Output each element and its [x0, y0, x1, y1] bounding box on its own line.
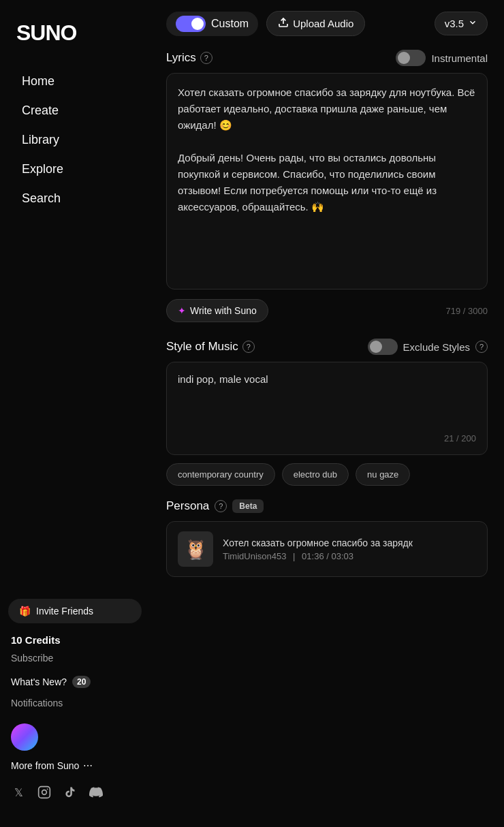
whats-new-badge: 20 [72, 676, 91, 688]
style-section: Style of Music ? Exclude Styles ? indi p… [166, 339, 488, 486]
notifications-link[interactable]: Notifications [8, 695, 142, 711]
credits-label: 10 Credits [8, 631, 142, 649]
persona-help-icon[interactable]: ? [215, 500, 227, 512]
write-with-suno-label: Write with Suno [190, 305, 257, 316]
lyrics-char-count: 719 / 3000 [446, 306, 488, 316]
exclude-help-icon[interactable]: ? [475, 341, 488, 353]
discord-icon[interactable] [89, 785, 104, 800]
custom-toggle[interactable] [176, 16, 206, 32]
avatar[interactable] [11, 723, 38, 751]
style-input-box: indi pop, male vocal 21 / 200 [166, 362, 488, 455]
nav-menu: Home Create Library Explore Search [0, 66, 150, 214]
svg-point-2 [47, 789, 48, 790]
persona-info: Хотел сказать огромное спасибо за зарядк… [223, 537, 476, 561]
sidebar: SUNO Home Create Library Explore Search … [0, 0, 150, 827]
style-tags: contemporary country electro dub nu gaze [166, 463, 488, 486]
sparkle-icon: ✦ [178, 305, 186, 316]
persona-header: Persona ? Beta [166, 499, 488, 513]
sidebar-item-library[interactable]: Library [5, 126, 144, 154]
beta-badge: Beta [232, 499, 264, 513]
instrumental-toggle[interactable] [396, 50, 426, 66]
upload-audio-button[interactable]: Upload Audio [266, 11, 365, 36]
version-button[interactable]: v3.5 [435, 12, 488, 35]
lyrics-box: Хотел сказать огромное спасибо за зарядк… [166, 73, 488, 290]
custom-label: Custom [211, 18, 249, 30]
sidebar-item-create[interactable]: Create [5, 97, 144, 125]
avatar-row [8, 719, 142, 755]
instagram-icon[interactable] [37, 785, 52, 800]
style-textarea[interactable]: indi pop, male vocal [178, 373, 476, 428]
persona-title: Хотел сказать огромное спасибо за зарядк [223, 537, 476, 548]
twitter-icon[interactable]: 𝕏 [11, 785, 26, 800]
sidebar-item-search[interactable]: Search [5, 185, 144, 213]
write-with-suno-button[interactable]: ✦ Write with Suno [166, 299, 268, 322]
style-label: Style of Music [166, 340, 238, 354]
instrumental-row: Instrumental [396, 50, 488, 66]
sidebar-item-explore[interactable]: Explore [5, 155, 144, 183]
sidebar-item-home[interactable]: Home [5, 67, 144, 95]
persona-label: Persona [166, 499, 209, 513]
lyrics-label: Lyrics [166, 51, 196, 65]
exclude-styles-toggle[interactable] [368, 339, 398, 355]
style-label-row: Style of Music ? [166, 340, 255, 354]
invite-friends-button[interactable]: 🎁 Invite Friends [8, 599, 142, 623]
persona-thumbnail: 🦉 [178, 531, 213, 567]
persona-card[interactable]: 🦉 Хотел сказать огромное спасибо за заря… [166, 521, 488, 577]
persona-time: 01:36 / 03:03 [302, 551, 353, 561]
style-tag-nu-gaze[interactable]: nu gaze [356, 463, 410, 486]
main-content: Custom Upload Audio v3.5 [150, 0, 504, 827]
gift-icon: 🎁 [19, 606, 31, 617]
exclude-styles-row: Exclude Styles ? [368, 339, 488, 355]
lyrics-label-row: Lyrics ? [166, 51, 212, 65]
lyrics-header: Lyrics ? Instrumental [166, 50, 488, 66]
logo: SUNO [0, 14, 150, 66]
exclude-styles-label: Exclude Styles [403, 341, 470, 353]
style-header: Style of Music ? Exclude Styles ? [166, 339, 488, 355]
owl-icon: 🦉 [184, 538, 208, 561]
topbar: Custom Upload Audio v3.5 [166, 11, 488, 36]
more-from-suno[interactable]: More from Suno ⋯ [8, 758, 142, 774]
persona-author: TimidUnison453 [223, 551, 286, 561]
svg-rect-0 [39, 787, 50, 798]
tiktok-icon[interactable] [63, 785, 78, 800]
persona-section: Persona ? Beta 🦉 Хотел сказать огромное … [166, 499, 488, 577]
lyrics-textarea[interactable]: Хотел сказать огромное спасибо за зарядк… [178, 84, 476, 275]
sidebar-bottom: 🎁 Invite Friends 10 Credits Subscribe Wh… [0, 588, 150, 813]
social-icons: 𝕏 [8, 782, 142, 802]
more-icon: ⋯ [83, 760, 93, 771]
svg-point-1 [42, 790, 47, 795]
whats-new-label: What's New? [11, 676, 67, 687]
style-tag-contemporary-country[interactable]: contemporary country [166, 463, 275, 486]
upload-icon [278, 17, 289, 30]
instrumental-label: Instrumental [431, 52, 488, 64]
lyrics-help-icon[interactable]: ? [200, 52, 212, 64]
lyrics-bottom: ✦ Write with Suno 719 / 3000 [166, 299, 488, 322]
chevron-down-icon [468, 18, 477, 29]
lyrics-section: Lyrics ? Instrumental Хотел сказать огро… [166, 50, 488, 322]
style-tag-electro-dub[interactable]: electro dub [282, 463, 349, 486]
upload-label: Upload Audio [293, 18, 353, 29]
style-char-count: 21 / 200 [178, 433, 476, 443]
custom-toggle-wrapper: Custom [166, 12, 258, 36]
whats-new-row[interactable]: What's New? 20 [8, 672, 142, 692]
style-help-icon[interactable]: ? [242, 341, 255, 353]
persona-separator: | [293, 551, 295, 561]
version-label: v3.5 [445, 18, 464, 29]
persona-meta: TimidUnison453 | 01:36 / 03:03 [223, 551, 476, 561]
more-from-suno-label: More from Suno [11, 760, 79, 771]
subscribe-link[interactable]: Subscribe [8, 650, 142, 666]
